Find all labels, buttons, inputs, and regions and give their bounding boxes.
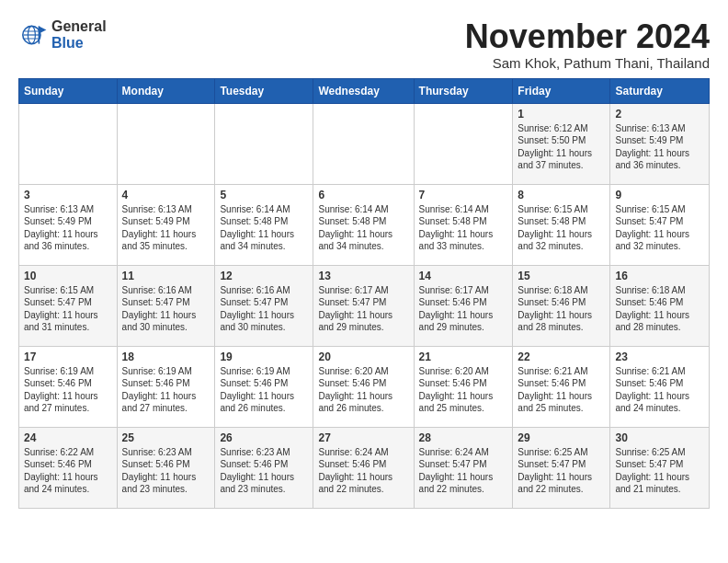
calendar-cell bbox=[19, 103, 118, 184]
calendar-cell: 2Sunrise: 6:13 AM Sunset: 5:49 PM Daylig… bbox=[610, 103, 710, 184]
day-info: Sunrise: 6:22 AM Sunset: 5:46 PM Dayligh… bbox=[24, 446, 112, 496]
location-subtitle: Sam Khok, Pathum Thani, Thailand bbox=[465, 55, 710, 71]
calendar-cell: 26Sunrise: 6:23 AM Sunset: 5:46 PM Dayli… bbox=[215, 427, 313, 508]
day-info: Sunrise: 6:25 AM Sunset: 5:47 PM Dayligh… bbox=[615, 446, 704, 496]
day-number: 17 bbox=[24, 350, 112, 363]
day-info: Sunrise: 6:19 AM Sunset: 5:46 PM Dayligh… bbox=[220, 365, 308, 415]
calendar-cell: 9Sunrise: 6:15 AM Sunset: 5:47 PM Daylig… bbox=[610, 184, 710, 265]
day-number: 26 bbox=[220, 431, 308, 444]
day-number: 30 bbox=[615, 431, 704, 444]
calendar-cell: 20Sunrise: 6:20 AM Sunset: 5:46 PM Dayli… bbox=[313, 346, 414, 427]
day-info: Sunrise: 6:13 AM Sunset: 5:49 PM Dayligh… bbox=[615, 122, 704, 172]
day-info: Sunrise: 6:18 AM Sunset: 5:46 PM Dayligh… bbox=[615, 284, 704, 334]
svg-marker-5 bbox=[39, 26, 46, 33]
day-number: 20 bbox=[318, 350, 408, 363]
title-block: November 2024 Sam Khok, Pathum Thani, Th… bbox=[465, 18, 710, 71]
day-number: 8 bbox=[518, 189, 605, 201]
calendar-cell: 15Sunrise: 6:18 AM Sunset: 5:46 PM Dayli… bbox=[513, 265, 610, 346]
day-info: Sunrise: 6:14 AM Sunset: 5:48 PM Dayligh… bbox=[220, 203, 308, 253]
day-info: Sunrise: 6:15 AM Sunset: 5:48 PM Dayligh… bbox=[518, 203, 605, 253]
logo-icon bbox=[18, 20, 48, 50]
day-info: Sunrise: 6:13 AM Sunset: 5:49 PM Dayligh… bbox=[122, 203, 210, 253]
day-number: 7 bbox=[419, 189, 508, 201]
calendar-cell: 4Sunrise: 6:13 AM Sunset: 5:49 PM Daylig… bbox=[117, 184, 215, 265]
day-number: 23 bbox=[615, 350, 704, 363]
day-number: 18 bbox=[122, 350, 210, 363]
day-number: 10 bbox=[24, 270, 112, 282]
calendar-cell: 5Sunrise: 6:14 AM Sunset: 5:48 PM Daylig… bbox=[215, 184, 313, 265]
day-number: 11 bbox=[122, 270, 210, 282]
month-title: November 2024 bbox=[465, 18, 710, 55]
calendar-cell bbox=[313, 103, 414, 184]
day-info: Sunrise: 6:16 AM Sunset: 5:47 PM Dayligh… bbox=[122, 284, 210, 334]
day-number: 14 bbox=[419, 270, 508, 282]
day-info: Sunrise: 6:14 AM Sunset: 5:48 PM Dayligh… bbox=[318, 203, 408, 253]
calendar-cell: 29Sunrise: 6:25 AM Sunset: 5:47 PM Dayli… bbox=[513, 427, 610, 508]
logo-blue-text: Blue bbox=[51, 35, 107, 52]
day-number: 15 bbox=[518, 270, 605, 282]
day-number: 4 bbox=[122, 189, 210, 201]
col-saturday: Saturday bbox=[610, 78, 710, 103]
day-info: Sunrise: 6:23 AM Sunset: 5:46 PM Dayligh… bbox=[122, 446, 210, 496]
calendar-cell: 12Sunrise: 6:16 AM Sunset: 5:47 PM Dayli… bbox=[215, 265, 313, 346]
calendar-cell: 18Sunrise: 6:19 AM Sunset: 5:46 PM Dayli… bbox=[117, 346, 215, 427]
calendar-cell: 30Sunrise: 6:25 AM Sunset: 5:47 PM Dayli… bbox=[610, 427, 710, 508]
day-info: Sunrise: 6:21 AM Sunset: 5:46 PM Dayligh… bbox=[518, 365, 605, 415]
day-number: 13 bbox=[318, 270, 408, 282]
day-number: 6 bbox=[318, 189, 408, 201]
day-info: Sunrise: 6:19 AM Sunset: 5:46 PM Dayligh… bbox=[24, 365, 112, 415]
day-number: 9 bbox=[615, 189, 704, 201]
day-info: Sunrise: 6:18 AM Sunset: 5:46 PM Dayligh… bbox=[518, 284, 605, 334]
col-sunday: Sunday bbox=[19, 78, 118, 103]
calendar-cell: 21Sunrise: 6:20 AM Sunset: 5:46 PM Dayli… bbox=[414, 346, 513, 427]
calendar-cell: 16Sunrise: 6:18 AM Sunset: 5:46 PM Dayli… bbox=[610, 265, 710, 346]
day-info: Sunrise: 6:17 AM Sunset: 5:46 PM Dayligh… bbox=[419, 284, 508, 334]
calendar-cell: 10Sunrise: 6:15 AM Sunset: 5:47 PM Dayli… bbox=[19, 265, 118, 346]
logo-text: General Blue bbox=[51, 18, 107, 51]
day-number: 5 bbox=[220, 189, 308, 201]
header: General Blue November 2024 Sam Khok, Pat… bbox=[18, 18, 710, 71]
day-number: 24 bbox=[24, 431, 112, 444]
day-number: 3 bbox=[24, 189, 112, 201]
day-number: 1 bbox=[518, 108, 605, 121]
calendar-week-1: 3Sunrise: 6:13 AM Sunset: 5:49 PM Daylig… bbox=[19, 184, 710, 265]
calendar-cell: 23Sunrise: 6:21 AM Sunset: 5:46 PM Dayli… bbox=[610, 346, 710, 427]
calendar-cell: 3Sunrise: 6:13 AM Sunset: 5:49 PM Daylig… bbox=[19, 184, 118, 265]
col-thursday: Thursday bbox=[414, 78, 513, 103]
header-row: Sunday Monday Tuesday Wednesday Thursday… bbox=[19, 78, 710, 103]
day-number: 22 bbox=[518, 350, 605, 363]
calendar-cell: 22Sunrise: 6:21 AM Sunset: 5:46 PM Dayli… bbox=[513, 346, 610, 427]
day-info: Sunrise: 6:20 AM Sunset: 5:46 PM Dayligh… bbox=[318, 365, 408, 415]
col-tuesday: Tuesday bbox=[215, 78, 313, 103]
day-info: Sunrise: 6:15 AM Sunset: 5:47 PM Dayligh… bbox=[24, 284, 112, 334]
calendar-cell bbox=[414, 103, 513, 184]
calendar-cell: 27Sunrise: 6:24 AM Sunset: 5:46 PM Dayli… bbox=[313, 427, 414, 508]
calendar-week-4: 24Sunrise: 6:22 AM Sunset: 5:46 PM Dayli… bbox=[19, 427, 710, 508]
calendar-body: 1Sunrise: 6:12 AM Sunset: 5:50 PM Daylig… bbox=[19, 103, 710, 508]
calendar-cell: 24Sunrise: 6:22 AM Sunset: 5:46 PM Dayli… bbox=[19, 427, 118, 508]
calendar-cell: 17Sunrise: 6:19 AM Sunset: 5:46 PM Dayli… bbox=[19, 346, 118, 427]
day-number: 19 bbox=[220, 350, 308, 363]
calendar-cell bbox=[215, 103, 313, 184]
day-info: Sunrise: 6:12 AM Sunset: 5:50 PM Dayligh… bbox=[518, 122, 605, 172]
day-number: 12 bbox=[220, 270, 308, 282]
day-number: 29 bbox=[518, 431, 605, 444]
day-info: Sunrise: 6:24 AM Sunset: 5:47 PM Dayligh… bbox=[419, 446, 508, 496]
col-friday: Friday bbox=[513, 78, 610, 103]
day-number: 16 bbox=[615, 270, 704, 282]
logo: General Blue bbox=[18, 18, 107, 51]
day-number: 25 bbox=[122, 431, 210, 444]
day-info: Sunrise: 6:17 AM Sunset: 5:47 PM Dayligh… bbox=[318, 284, 408, 334]
day-number: 28 bbox=[419, 431, 508, 444]
day-info: Sunrise: 6:25 AM Sunset: 5:47 PM Dayligh… bbox=[518, 446, 605, 496]
col-wednesday: Wednesday bbox=[313, 78, 414, 103]
calendar-cell: 25Sunrise: 6:23 AM Sunset: 5:46 PM Dayli… bbox=[117, 427, 215, 508]
day-number: 27 bbox=[318, 431, 408, 444]
calendar-cell: 1Sunrise: 6:12 AM Sunset: 5:50 PM Daylig… bbox=[513, 103, 610, 184]
calendar-cell: 11Sunrise: 6:16 AM Sunset: 5:47 PM Dayli… bbox=[117, 265, 215, 346]
day-number: 21 bbox=[419, 350, 508, 363]
calendar-cell: 7Sunrise: 6:14 AM Sunset: 5:48 PM Daylig… bbox=[414, 184, 513, 265]
calendar-cell: 6Sunrise: 6:14 AM Sunset: 5:48 PM Daylig… bbox=[313, 184, 414, 265]
day-info: Sunrise: 6:14 AM Sunset: 5:48 PM Dayligh… bbox=[419, 203, 508, 253]
calendar-table: Sunday Monday Tuesday Wednesday Thursday… bbox=[18, 78, 710, 509]
